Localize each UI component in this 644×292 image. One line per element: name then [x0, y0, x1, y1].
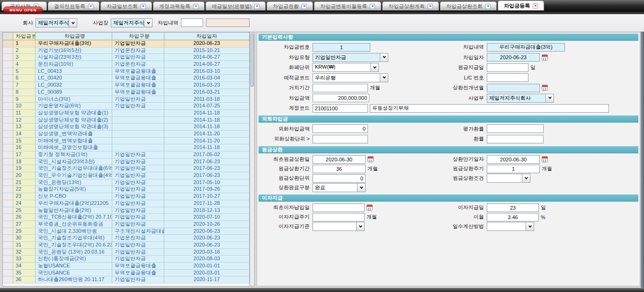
close-icon[interactable]: ×	[485, 4, 491, 9]
close-icon[interactable]: ×	[533, 3, 538, 9]
tab-item[interactable]: 예금일보(은행별)×	[206, 1, 266, 10]
lc-number-field[interactable]	[487, 73, 528, 82]
table-row[interactable]: 9마이너스(3억)기업일반자금2011-03-18	[3, 96, 250, 103]
valuation-exchange-rate-field[interactable]	[487, 124, 544, 133]
account-code-field[interactable]: 21001100	[313, 104, 368, 113]
tab-item[interactable]: 계정과목등록×	[153, 1, 205, 10]
loan-date-cell: 2017-10-27	[164, 193, 250, 200]
table-row[interactable]: 30국민_기술창조기업우대(4억)기업운전자금2020-06-23	[3, 235, 250, 242]
repay-open-ym-field[interactable]	[487, 84, 540, 92]
repay-complete-type-select[interactable]: 완료	[313, 183, 366, 192]
table-row[interactable]: 34농협USANCE무역포괄금융대출2020-01-01	[3, 263, 250, 270]
interest-pay-day-field[interactable]: 23	[487, 204, 539, 212]
table-row[interactable]: 31국민_기술창조우대(2억) 20.6.23기업일반자금2020-06-23	[3, 242, 250, 249]
currency-unit-select[interactable]: KRW(₩)	[313, 63, 379, 72]
table-row[interactable]: 8LC_00089무역포괄금융대출2016-03-21	[3, 89, 250, 96]
calendar-icon[interactable]	[542, 54, 548, 61]
table-row[interactable]: 2기업기보(16억5천)기업운전자금2015-10-21	[3, 47, 250, 54]
repay-maturity-date-field[interactable]: 2020-06-30	[487, 155, 540, 164]
table-row[interactable]: 10기업운영자금(6억)기업일반자금2014-07-25	[3, 103, 250, 110]
table-row[interactable]: 33신한(-)통장예금(2억)기업일반자금2020-08-03	[3, 256, 250, 263]
company-select[interactable]: 제일저지주식회사	[36, 18, 77, 27]
close-icon[interactable]: ×	[141, 4, 146, 9]
loan-detail-label: 차입내역	[158, 19, 179, 27]
interest-pay-basis-select[interactable]	[313, 222, 365, 231]
grace-period-field[interactable]	[313, 84, 368, 92]
table-row[interactable]: 22농협장기차입금(5억)기업일반자금2017-09-26	[3, 186, 250, 193]
interest-rate-label: 이율	[413, 213, 487, 221]
table-row[interactable]: 6LC_00420무역포괄금융대출2016-03-04	[3, 75, 250, 82]
table-row[interactable]: 23신보 P-CBO기업일반자금2017-10-27	[3, 193, 250, 200]
tab-item[interactable]: 자금일보조회×	[100, 1, 152, 10]
tab-item[interactable]: 차입금상환조회×	[440, 1, 497, 10]
table-scrollbar-thumb[interactable]	[250, 34, 254, 87]
fx-loan-amount-field[interactable]: 0	[313, 124, 368, 133]
account-name-field[interactable]: 유동성장기부채	[370, 104, 609, 113]
table-row[interactable]: 26국민_TCB신용대출(2억) 20.7.10기업일반자금2020-07-10	[3, 214, 250, 221]
calendar-icon[interactable]	[367, 156, 374, 162]
table-row[interactable]: 27부국증권_선순위유동화증권기업일반자금2020-10-26	[3, 221, 250, 228]
table-row[interactable]: 7LC_00032무역포괄금융대출2016-03-23	[3, 82, 250, 89]
close-icon[interactable]: ×	[302, 4, 307, 9]
table-row[interactable]: 15미래에셋_변액보험대출2014-11-20	[3, 138, 250, 145]
business-unit-select[interactable]: 제일저지주식회사	[487, 94, 554, 103]
table-row[interactable]: 3시설자금(23억3천)기업일반자금2014-06-27	[3, 54, 250, 61]
table-row[interactable]: 11삼성생명단체보험 약관대출(1)2014-11-18	[3, 110, 250, 117]
tab-item[interactable]: 차입금현황×	[267, 1, 313, 10]
tab-item[interactable]: 차입금변동이율등록×	[314, 1, 381, 10]
menu-open-button[interactable]: MENU OPEN	[3, 7, 43, 13]
table-row[interactable]: 1우리구매자금대출(3억)기업일반자금2020-06-23	[3, 40, 250, 47]
site-select[interactable]: 제일저지주식회사	[111, 18, 152, 27]
principal-payment-day-field[interactable]	[487, 63, 528, 72]
loan-number-field[interactable]: 1	[313, 43, 370, 52]
loan-detail-field[interactable]: 우리구매자금대출(3억)	[487, 43, 565, 52]
fx-repay-unit-field[interactable]	[313, 135, 368, 143]
tab-active[interactable]: 차입금등록×	[498, 0, 544, 10]
table-row[interactable]: 16미래에셋_경영인보험대출2014-11-18	[3, 144, 250, 151]
table-row[interactable]: 12삼성생명단체보험 약관대출(2)2014-11-18	[3, 117, 250, 124]
table-row[interactable]: 20국민_우수기술기업신용대출(4억)기업일반자금2017-06-23	[3, 172, 250, 179]
table-row[interactable]: 4운전자금(10억)기업운전자금2014-06-27	[3, 61, 250, 68]
table-row[interactable]: 32국민_온랜딩 (13억) 20.03.16기업일반자금2020-03-16	[3, 249, 250, 256]
table-row[interactable]: 19국민_기술창조기업우대대출(6억)기업일반자금2017-06-23	[3, 165, 250, 172]
first-interest-pay-date-field[interactable]	[313, 204, 365, 212]
principal-repay-condition-select[interactable]	[487, 174, 530, 183]
close-icon[interactable]: ×	[370, 4, 375, 9]
close-icon[interactable]: ×	[88, 4, 93, 9]
close-icon[interactable]: ×	[428, 4, 433, 9]
loan-detail-input-2[interactable]	[206, 18, 250, 27]
calendar-icon[interactable]	[542, 156, 548, 162]
table-row[interactable]: 36하나대출260백만원 20.11.17기업일반자금2020-11-17	[3, 276, 250, 283]
tab-item[interactable]: 차입금상환계획×	[382, 1, 439, 10]
table-row[interactable]: 21국민_온랜딩(13억)기업일반자금2017-05-10	[3, 179, 250, 186]
loan-date-field[interactable]: 2020-06-23	[487, 53, 540, 62]
deposit-code-select[interactable]: 우리은행	[313, 73, 388, 82]
close-icon[interactable]: ×	[254, 4, 259, 9]
table-row[interactable]: 18국민_시설자금(23억3천)기업일반자금2017-06-23	[3, 159, 250, 166]
table-row[interactable]: 25농협일반자금대출(2억)기업일반자금2018-12-13	[3, 207, 250, 214]
calendar-icon[interactable]	[542, 85, 548, 91]
interest-rate-field[interactable]: 3.46	[487, 213, 539, 221]
loan-type-cell: 기업일반자금	[112, 249, 164, 256]
principal-repay-period-field[interactable]: 36	[313, 165, 366, 173]
tab-item[interactable]: 결의전표등록×	[48, 1, 99, 10]
table-row[interactable]: 13삼성생명단체보험 약관대출(3)2014-11-18	[3, 124, 250, 131]
calendar-icon[interactable]	[367, 204, 373, 211]
exchange-rate-field[interactable]	[487, 135, 544, 143]
table-row[interactable]: 29국민_시설대 2,330백만원구조개선시설자금대출2020-06-23	[3, 228, 250, 235]
table-row[interactable]: 35국민USANCE무역포괄금융대출2020-03-01	[3, 270, 250, 277]
close-icon[interactable]: ×	[193, 4, 198, 9]
loan-amount-field[interactable]: 200,000,000	[313, 94, 369, 102]
table-row[interactable]: 14삼성생명_변액약관대출2014-11-20	[3, 131, 250, 138]
day-count-method-select[interactable]	[487, 222, 534, 231]
principal-repay-unit-field[interactable]: 0	[313, 174, 366, 183]
table-row[interactable]: 5LC_00413무역포괄금융대출2016-03-10	[3, 68, 250, 75]
table-row[interactable]: 24우리구매자금대출(2억)221205기업일반자금2017-11-28	[3, 200, 250, 207]
principal-repay-cycle-field[interactable]: 1	[487, 165, 540, 173]
first-principal-repay-date-field[interactable]: 2020-06-30	[313, 155, 366, 164]
loan-detail-input[interactable]	[181, 18, 203, 27]
table-row[interactable]: 17중기청 정책자금(1억)기업일반자금2017-05-02	[3, 151, 250, 159]
table-scrollbar[interactable]	[250, 33, 254, 286]
loan-type-select[interactable]: 기업일반자금	[313, 53, 388, 62]
interest-pay-cycle-field[interactable]	[313, 213, 365, 221]
